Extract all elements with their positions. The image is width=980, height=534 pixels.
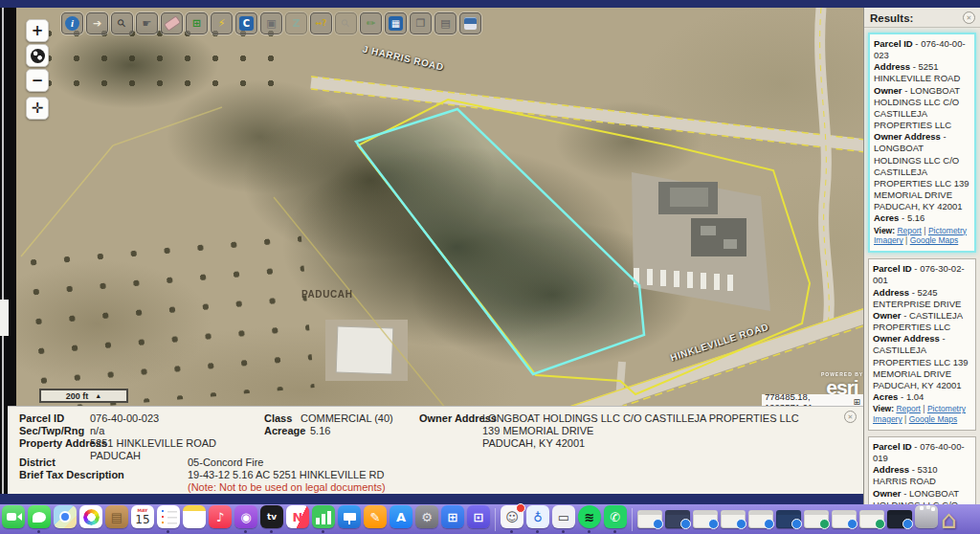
results-header: Results: ✕	[864, 8, 980, 28]
minimized-window[interactable]	[859, 510, 884, 528]
report-link[interactable]: Report	[896, 404, 921, 413]
browser-top-edge	[0, 0, 980, 8]
dock-calendar[interactable]: MAY15	[131, 505, 154, 533]
property-address-line1: 5251 HINKLEVILLE ROAD	[90, 437, 216, 449]
google-maps-link[interactable]: Google Maps	[910, 235, 959, 245]
measure-tool-button[interactable]: ↔?	[310, 12, 332, 34]
running-indicator	[510, 530, 513, 533]
map-viewport[interactable]: J HARRIS ROAD PADUCAH HINKLEVILLE ROAD 2…	[16, 8, 863, 406]
identify-info-tool-button[interactable]: i	[61, 12, 83, 34]
print-tool-button[interactable]: ▤	[434, 12, 457, 34]
dock-displays-app[interactable]: ▭	[552, 505, 575, 533]
result-card[interactable]: Parcel ID - 076-30-02-001 Address - 5245…	[868, 258, 976, 431]
overview-extent-tool-button[interactable]: ▦	[385, 12, 407, 34]
dock-apple-tv[interactable]: tv	[260, 505, 283, 533]
dock-assistant-app[interactable]: ☺	[501, 505, 523, 533]
result-card[interactable]: Parcel ID - 076-40-00-019 Address - 5310…	[868, 436, 976, 504]
displays-app-icon: ▭	[552, 505, 575, 528]
dock-news[interactable]: N	[286, 505, 309, 533]
dock-keynote[interactable]	[338, 505, 361, 533]
dock-trash[interactable]	[915, 505, 938, 533]
minimized-window[interactable]	[637, 510, 662, 528]
google-maps-link[interactable]: Google Maps	[909, 414, 958, 424]
minimized-window[interactable]	[693, 510, 718, 528]
window-app-badge	[680, 519, 691, 529]
field-label: Address	[873, 287, 909, 298]
export-copy-tool-button[interactable]: ❐	[410, 12, 432, 34]
home-extent-button[interactable]	[26, 44, 49, 67]
close-detail-panel-icon[interactable]: ✕	[844, 411, 857, 423]
report-link[interactable]: Report	[897, 226, 922, 235]
minimized-window[interactable]	[776, 510, 801, 528]
dock-contacts[interactable]: ▤	[105, 505, 128, 533]
eraser-tool-button[interactable]	[161, 12, 183, 34]
acreage-label: Acreage	[264, 425, 305, 436]
zoom-in-tool-icon: ⚲	[116, 17, 128, 30]
parcel-id-label: Parcel ID	[19, 412, 64, 424]
measure-tool-icon: ↔?	[316, 20, 326, 28]
notes-icon	[183, 505, 206, 528]
window-app-badge	[902, 519, 913, 529]
scale-arrow-icon: ▲	[95, 392, 101, 399]
minimized-window[interactable]	[721, 510, 746, 528]
zoom-out-button[interactable]: −	[26, 69, 49, 92]
minimized-window[interactable]	[748, 510, 773, 528]
dock-reminders[interactable]	[157, 505, 180, 533]
dock-podcasts[interactable]: ◉	[234, 505, 257, 533]
dock-pages[interactable]: ✎	[364, 505, 387, 533]
window-edge-line	[2, 8, 4, 494]
dock-photos[interactable]	[79, 505, 102, 533]
coordinate-settings-icon[interactable]: ⊞	[853, 397, 860, 407]
brief-tax-label: Brief Tax Description	[19, 469, 124, 480]
district-value: 05-Concord Fire	[188, 456, 263, 468]
dock-app-group: ▤MAY15♪◉tvN✎A⚙⊞⊡☺♁▭≋✆	[2, 505, 635, 533]
add-selection-tool-button[interactable]: ⊞	[186, 12, 208, 34]
zoom-in-tool-button[interactable]: ⚲	[111, 12, 133, 34]
field-label: Acres	[873, 391, 898, 402]
running-indicator	[588, 530, 590, 533]
minimized-window[interactable]	[832, 510, 857, 528]
zoom-previous-tool-button[interactable]: Z	[285, 12, 307, 34]
result-card-selected[interactable]: Parcel ID - 076-40-00-023 Address - 5251…	[868, 33, 976, 253]
dock-notes[interactable]	[183, 505, 206, 533]
dock-facetime[interactable]	[2, 505, 25, 533]
dock-migration-assistant[interactable]: ⊡	[467, 505, 490, 533]
clear-selection-tool-button[interactable]: C	[235, 12, 257, 34]
macos-dock: ▤MAY15♪◉tvN✎A⚙⊞⊡☺♁▭≋✆ ⌂	[0, 504, 980, 534]
locate-button[interactable]: ✛	[26, 97, 49, 120]
minimized-window[interactable]	[887, 510, 912, 528]
running-indicator	[562, 530, 565, 533]
select-pointer-tool-button[interactable]: ➔	[86, 12, 108, 34]
spotify-icon: ≋	[578, 505, 601, 528]
dock-maps[interactable]	[54, 505, 77, 533]
apple-tv-icon: tv	[260, 505, 283, 528]
draw-pencil-tool-button[interactable]: ✏	[360, 12, 382, 34]
dock-music[interactable]: ♪	[209, 505, 232, 533]
coordinates-value: 778485.18, 1923571.61	[765, 391, 850, 407]
dock-remote-desktop[interactable]: ♁	[526, 505, 549, 533]
dock-stocks-chart[interactable]	[312, 505, 335, 533]
zoom-in-button[interactable]: +	[26, 19, 49, 42]
camera-tool-button[interactable]: ▣	[260, 12, 282, 34]
dock-spotify[interactable]: ≋	[578, 505, 601, 533]
field-label: Owner	[874, 85, 902, 96]
field-label: Parcel ID	[874, 38, 913, 49]
dock-screen-sharing[interactable]: ⊞	[441, 505, 464, 533]
lightbulb-tool-button[interactable]: ⚡	[211, 12, 233, 34]
pan-hand-tool-button[interactable]: ☛	[136, 12, 158, 34]
magnifier-tool-button[interactable]: ⚲	[335, 12, 357, 34]
dock-messages[interactable]	[28, 505, 51, 533]
map-toolbar: i➔⚲☛⊞⚡C▣Z↔?⚲✏▦❐▤	[61, 12, 481, 34]
home-folder-icon[interactable]: ⌂	[941, 507, 957, 532]
dock-app-store[interactable]: A	[390, 505, 412, 533]
pan-hand-tool-icon: ☛	[143, 18, 152, 29]
dock-system-settings[interactable]: ⚙	[415, 505, 438, 533]
dock-whatsapp[interactable]: ✆	[604, 505, 627, 533]
acreage-value: 5.16	[310, 425, 330, 436]
minimized-window[interactable]	[804, 510, 829, 528]
dock-window-group	[637, 510, 912, 528]
minimized-window[interactable]	[665, 510, 690, 528]
city-label-paducah: PADUCAH	[301, 289, 352, 300]
save-tool-button[interactable]	[459, 12, 481, 34]
close-results-icon[interactable]: ✕	[963, 11, 975, 24]
